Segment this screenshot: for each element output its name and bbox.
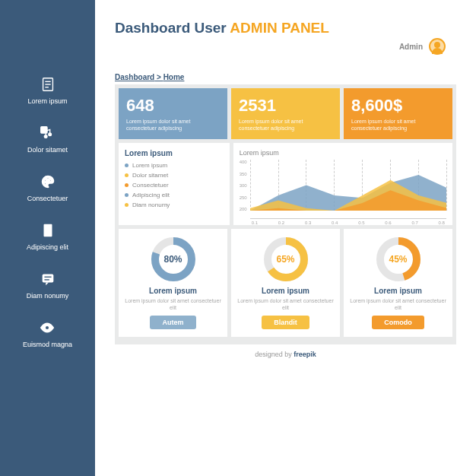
- sidebar-label: Adipiscing elit: [27, 243, 68, 251]
- avatar-icon: [429, 38, 446, 55]
- stat-desc: Lorem ipsum dolor sit amet consectetuer …: [126, 118, 220, 132]
- chart-x-axis: 0.10.20.30.40.50.60.70.8: [250, 221, 446, 225]
- sidebar-item-0[interactable]: Lorem ipsum: [27, 76, 67, 105]
- svg-rect-11: [43, 224, 52, 237]
- user-bar[interactable]: Admin: [399, 38, 446, 55]
- donut-button-0[interactable]: Autem: [150, 316, 195, 329]
- donut-button-1[interactable]: Blandit: [262, 316, 309, 329]
- sidebar-item-2[interactable]: Consectetuer: [27, 173, 68, 202]
- list-item[interactable]: Consectetuer: [125, 182, 224, 189]
- donut-pct: 65%: [263, 236, 309, 282]
- svg-point-9: [49, 179, 51, 181]
- eye-icon: [39, 319, 56, 336]
- donut-pct: 45%: [376, 236, 421, 282]
- donut-desc: Lorem ipsum dolor sit amet consectetuer …: [125, 297, 221, 311]
- chart-title: Lorem ipsum: [240, 149, 446, 157]
- breadcrumb[interactable]: Dashboard > Home: [115, 73, 456, 81]
- donut-card-2: 45% Lorem ipsum Lorem ipsum dolor sit am…: [344, 229, 452, 337]
- sidebar-label: Consectetuer: [27, 195, 68, 202]
- chart-y-axis: 400350300250200: [240, 160, 250, 219]
- sidebar-label: Euismod magna: [23, 341, 72, 348]
- stat-card-2[interactable]: 8,600$Lorem ipsum dolor sit amet consect…: [344, 88, 452, 139]
- sidebar-item-5[interactable]: Euismod magna: [23, 319, 72, 348]
- footer: designed by freepik: [115, 351, 456, 358]
- stat-value: 648: [126, 96, 220, 116]
- svg-rect-12: [42, 274, 53, 283]
- donut-title: Lorem ipsum: [125, 287, 221, 295]
- donut-button-2[interactable]: Comodo: [372, 316, 424, 329]
- dot-icon: [125, 203, 129, 207]
- chat-icon: [40, 271, 56, 287]
- dot-icon: [125, 193, 129, 197]
- sidebar-label: Dolor sitamet: [27, 146, 68, 154]
- content: 648Lorem ipsum dolor sit amet consectetu…: [115, 84, 456, 344]
- list-item[interactable]: Lorem ipsum: [125, 162, 224, 169]
- stat-card-0[interactable]: 648Lorem ipsum dolor sit amet consectetu…: [119, 88, 227, 139]
- list-card: Lorem ipsum Lorem ipsumDolor sitametCons…: [119, 143, 230, 225]
- user-name: Admin: [399, 43, 423, 51]
- donut-desc: Lorem ipsum dolor sit amet consectetuer …: [350, 297, 446, 311]
- list-item[interactable]: Adipiscing elit: [125, 192, 224, 198]
- list-item[interactable]: Dolor sitamet: [125, 172, 224, 179]
- svg-point-10: [44, 183, 46, 185]
- list-title: Lorem ipsum: [125, 149, 224, 157]
- stats-row: 648Lorem ipsum dolor sit amet consectetu…: [119, 88, 452, 139]
- sidebar-label: Diam nonumy: [27, 292, 69, 300]
- stat-desc: Lorem ipsum dolor sit amet consectetuer …: [351, 118, 445, 132]
- svg-point-15: [46, 325, 50, 330]
- dot-icon: [125, 163, 129, 167]
- donut-title: Lorem ipsum: [350, 287, 446, 295]
- area-chart: Lorem ipsum 400350300250200 0.10.20.30.4…: [233, 143, 452, 225]
- donut-row: 80% Lorem ipsum Lorem ipsum dolor sit am…: [119, 229, 452, 337]
- stat-desc: Lorem ipsum dolor sit amet consectetuer …: [239, 118, 332, 132]
- donut-card-1: 65% Lorem ipsum Lorem ipsum dolor sit am…: [231, 229, 340, 337]
- stat-value: 2531: [239, 96, 332, 116]
- book-icon: [40, 222, 56, 239]
- dot-icon: [125, 173, 129, 177]
- stat-card-1[interactable]: 2531Lorem ipsum dolor sit amet consectet…: [231, 88, 340, 139]
- svg-point-6: [45, 135, 48, 138]
- donut-pct: 80%: [151, 236, 196, 282]
- sidebar: Lorem ipsum Dolor sitamet Consectetuer A…: [0, 0, 95, 476]
- sidebar-item-1[interactable]: Dolor sitamet: [27, 125, 68, 154]
- donut-desc: Lorem ipsum dolor sit amet consectetuer …: [237, 297, 334, 311]
- palette-icon: [40, 173, 56, 190]
- sidebar-item-4[interactable]: Diam nonumy: [27, 271, 69, 300]
- svg-point-7: [44, 179, 46, 181]
- media-icon: [39, 125, 56, 141]
- donut-card-0: 80% Lorem ipsum Lorem ipsum dolor sit am…: [119, 229, 227, 337]
- document-icon: [40, 76, 56, 93]
- svg-point-5: [49, 133, 52, 136]
- sidebar-item-3[interactable]: Adipiscing elit: [27, 222, 68, 251]
- stat-value: 8,600$: [351, 96, 445, 116]
- donut-title: Lorem ipsum: [237, 287, 334, 295]
- chart-plot: 0.10.20.30.40.50.60.70.8: [250, 160, 446, 219]
- donut-chart: 65%: [263, 236, 309, 282]
- main-area: Dashboard User ADMIN PANEL Admin Dashboa…: [95, 0, 476, 476]
- list-item[interactable]: Diam nonumy: [125, 202, 224, 208]
- donut-chart: 80%: [151, 236, 196, 282]
- page-title: Dashboard User ADMIN PANEL: [115, 20, 456, 36]
- sidebar-label: Lorem ipsum: [27, 97, 67, 105]
- donut-chart: 45%: [376, 236, 421, 282]
- dot-icon: [125, 183, 129, 187]
- svg-point-8: [46, 177, 48, 179]
